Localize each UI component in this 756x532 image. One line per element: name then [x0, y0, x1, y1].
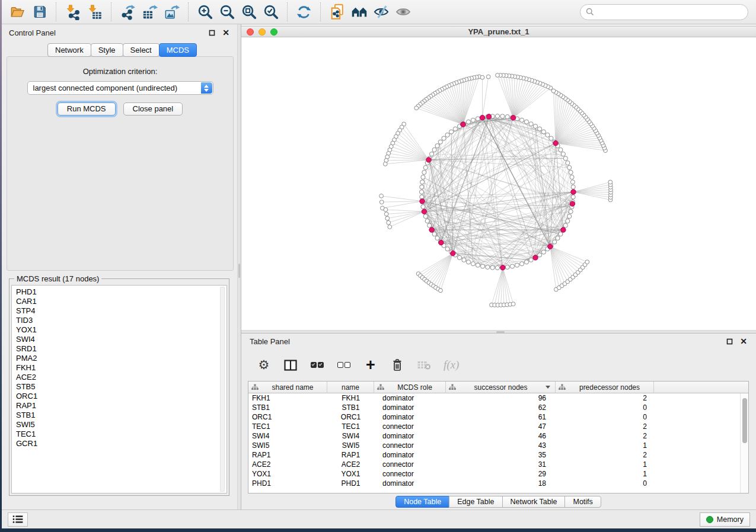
network-node[interactable]	[480, 264, 484, 268]
mcds-node-item[interactable]: SRD1	[16, 344, 227, 354]
mcds-node-item[interactable]: SWI5	[16, 420, 227, 430]
delete-column-trash-icon[interactable]	[390, 357, 404, 373]
network-node[interactable]	[425, 219, 429, 223]
close-panel-button[interactable]: Close panel	[123, 102, 183, 116]
network-node[interactable]	[608, 180, 613, 184]
network-node[interactable]	[571, 185, 575, 189]
mcds-node-item[interactable]: CAR1	[16, 297, 227, 306]
node-table[interactable]: shared namenameMCDS rolesuccessor nodesp…	[248, 381, 749, 493]
network-node[interactable]	[541, 250, 546, 254]
mcds-node-item[interactable]: PHD1	[16, 287, 227, 297]
network-node[interactable]	[453, 127, 457, 131]
export-image-icon[interactable]	[161, 1, 183, 23]
network-node[interactable]	[538, 253, 542, 257]
mcds-hub-node[interactable]	[461, 122, 465, 127]
network-node[interactable]	[457, 255, 461, 259]
tab-edge-table[interactable]: Edge Table	[449, 496, 502, 508]
network-node[interactable]	[471, 262, 475, 266]
refresh-layout-icon[interactable]	[293, 1, 315, 23]
network-node[interactable]	[388, 225, 392, 229]
network-node[interactable]	[384, 208, 388, 212]
zoom-selected-icon[interactable]	[260, 1, 282, 23]
network-node[interactable]	[439, 289, 443, 293]
network-node[interactable]	[566, 219, 570, 223]
open-session-icon[interactable]	[7, 1, 28, 23]
column-header-shared-name[interactable]: shared name	[248, 382, 327, 393]
network-node[interactable]	[571, 195, 575, 199]
network-node[interactable]	[422, 170, 426, 174]
network-search-box[interactable]	[580, 4, 748, 20]
column-settings-gear-icon[interactable]: ⚙	[257, 357, 271, 373]
close-panel-icon[interactable]: ✕	[739, 337, 748, 345]
network-node[interactable]	[511, 302, 515, 306]
zoom-in-icon[interactable]	[194, 1, 216, 23]
network-node[interactable]	[490, 265, 495, 270]
network-node[interactable]	[495, 265, 499, 270]
network-node[interactable]	[567, 214, 572, 219]
optimization-criterion-select[interactable]: largest connected component (undirected)	[27, 81, 213, 95]
network-node[interactable]	[387, 220, 391, 225]
network-node[interactable]	[480, 75, 484, 79]
table-row[interactable]: RAP1RAP1dominator352	[248, 450, 748, 460]
network-node[interactable]	[423, 214, 428, 219]
network-node[interactable]	[515, 263, 519, 267]
network-node[interactable]	[383, 162, 387, 166]
mcds-hub-node[interactable]	[533, 255, 538, 260]
mcds-node-item[interactable]: GCR1	[16, 439, 227, 448]
network-node[interactable]	[570, 180, 575, 184]
zoom-out-icon[interactable]	[216, 1, 238, 23]
tab-mcds[interactable]: MCDS	[159, 43, 197, 57]
maximize-window-icon[interactable]	[270, 28, 277, 36]
mcds-hub-node[interactable]	[571, 190, 576, 194]
run-mcds-button[interactable]: Run MCDS	[58, 102, 116, 116]
network-node[interactable]	[551, 89, 556, 93]
network-node[interactable]	[384, 212, 388, 216]
mcds-hub-node[interactable]	[420, 198, 425, 203]
mcds-hub-node[interactable]	[480, 115, 484, 120]
network-node[interactable]	[505, 115, 509, 119]
network-node[interactable]	[505, 265, 509, 269]
close-panel-icon[interactable]: ✕	[222, 28, 230, 37]
network-canvas[interactable]	[241, 37, 756, 330]
tab-network-table[interactable]: Network Table	[502, 496, 566, 508]
network-node[interactable]	[566, 161, 570, 165]
network-node[interactable]	[430, 152, 434, 156]
table-row[interactable]: ORC1ORC1dominator610	[248, 412, 748, 422]
network-node[interactable]	[567, 165, 572, 169]
task-history-button[interactable]	[8, 512, 28, 527]
tab-node-table[interactable]: Node Table	[395, 496, 449, 508]
mcds-node-item[interactable]: ORC1	[16, 392, 227, 401]
memory-button[interactable]: Memory	[700, 512, 750, 527]
network-node[interactable]	[585, 260, 589, 264]
network-node[interactable]	[462, 258, 466, 262]
table-row[interactable]: ACE2ACE2connector311	[248, 460, 748, 469]
network-node[interactable]	[486, 75, 490, 79]
network-node[interactable]	[538, 127, 542, 131]
network-node[interactable]	[379, 200, 384, 204]
network-view-titlebar[interactable]: YPA_prune.txt_1	[241, 26, 756, 37]
splitter-grip[interactable]	[238, 264, 240, 278]
mcds-hub-node[interactable]	[429, 227, 434, 232]
network-node[interactable]	[438, 140, 442, 144]
table-row[interactable]: YOX1YOX1connector291	[248, 469, 748, 479]
mcds-hub-node[interactable]	[426, 158, 431, 162]
network-node[interactable]	[466, 120, 470, 124]
network-node[interactable]	[495, 114, 499, 118]
tab-style[interactable]: Style	[91, 43, 123, 57]
mcds-hub-node[interactable]	[451, 251, 455, 255]
vertical-splitter[interactable]	[237, 24, 241, 509]
export-table-icon[interactable]	[139, 1, 161, 23]
network-node[interactable]	[486, 265, 490, 269]
network-node[interactable]	[414, 106, 419, 110]
network-node[interactable]	[561, 152, 565, 156]
network-node[interactable]	[432, 148, 436, 152]
network-overview-icon[interactable]	[348, 1, 370, 23]
mcds-node-item[interactable]: FKH1	[16, 363, 227, 373]
network-node[interactable]	[563, 223, 567, 227]
zoom-fit-icon[interactable]	[238, 1, 260, 23]
mcds-node-item[interactable]: STB1	[16, 411, 227, 420]
mcds-hub-node[interactable]	[486, 114, 491, 119]
share-document-icon[interactable]	[326, 1, 348, 23]
network-node[interactable]	[421, 175, 425, 179]
table-row[interactable]: PHD1PHD1dominator180	[248, 479, 748, 488]
